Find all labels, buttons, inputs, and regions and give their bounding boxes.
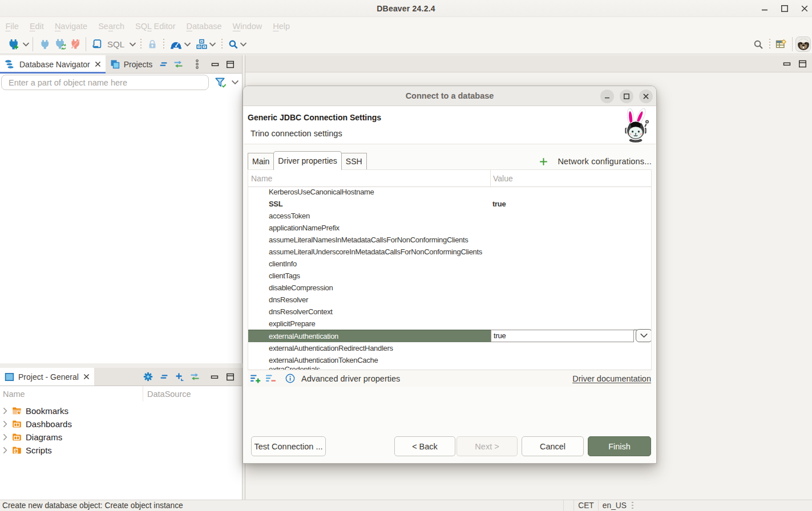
project-strip-tools — [141, 368, 242, 386]
dialog-maximize-icon[interactable] — [620, 90, 633, 103]
value-dropdown-button[interactable] — [636, 329, 651, 342]
status-timezone[interactable]: CET — [573, 500, 598, 511]
maximize-panel-icon[interactable] — [226, 57, 235, 72]
new-connection-chevron-icon[interactable] — [22, 37, 30, 52]
table-column-value[interactable]: Value — [491, 170, 513, 186]
tab-close-icon[interactable] — [95, 61, 101, 67]
search-chevron-icon[interactable] — [240, 37, 247, 52]
expand-all-icon[interactable] — [175, 370, 184, 384]
tree-item-dashboards[interactable]: Dashboards — [0, 417, 242, 431]
property-row-applicationnameprefix[interactable]: applicationNamePrefix — [248, 222, 651, 234]
property-row-assumeliteralnamesinmetadatacallsfornonconformingclients[interactable]: assumeLiteralNamesInMetadataCallsForNonC… — [248, 234, 651, 246]
dialog-minimize-icon[interactable] — [600, 90, 614, 103]
disconnect-icon[interactable] — [70, 37, 81, 52]
menu-window[interactable]: Window — [227, 22, 268, 31]
window-maximize-icon[interactable] — [779, 3, 790, 14]
dialog-tab-driver-properties[interactable]: Driver properties — [273, 151, 341, 170]
menu-navigate[interactable]: Navigate — [49, 22, 92, 31]
window-close-icon[interactable] — [799, 3, 810, 14]
settings-gear-icon[interactable] — [143, 370, 153, 384]
object-filter-input[interactable]: Enter a part of object name here — [1, 75, 209, 90]
perspective-icon[interactable] — [775, 37, 787, 52]
dialog-title: Connect to a database — [406, 91, 494, 100]
minimize-panel-icon[interactable] — [211, 57, 219, 72]
link-with-editor-icon[interactable] — [190, 370, 200, 384]
maximize-panel-icon[interactable] — [226, 370, 235, 384]
transfer-chevron-icon[interactable] — [209, 37, 216, 52]
statusbar-drag-handle[interactable] — [632, 502, 633, 510]
driver-documentation-link[interactable]: Driver documentation — [572, 374, 651, 383]
new-connection-icon[interactable] — [8, 37, 19, 52]
tab-close-icon[interactable] — [83, 374, 90, 380]
tree-expand-chevron-icon[interactable] — [3, 407, 10, 415]
dialog-titlebar[interactable]: Connect to a database — [243, 86, 656, 106]
property-row-externalauthenticationredirecthandlers[interactable]: externalAuthenticationRedirectHandlers — [248, 342, 651, 354]
add-property-icon[interactable] — [250, 374, 261, 384]
property-row-clienttags[interactable]: clientTags — [248, 270, 651, 282]
transfer-icon[interactable] — [196, 37, 207, 52]
tab-project-general[interactable]: Project - General — [0, 368, 94, 386]
tree-item-bookmarks[interactable]: Bookmarks — [0, 404, 242, 417]
button-test-connection[interactable]: Test Connection ... — [251, 436, 326, 456]
collapse-all-icon[interactable] — [159, 57, 168, 72]
property-row-assumeliteralunderscoreinmetadatacallsfornonconformingclients[interactable]: assumeLiteralUnderscoreInMetadataCallsFo… — [248, 246, 651, 258]
filter-chevron-icon[interactable] — [231, 75, 239, 90]
filter-funnel-icon[interactable] — [215, 75, 227, 90]
dialog-close-icon[interactable] — [639, 90, 653, 103]
reconnect-icon[interactable] — [55, 37, 67, 52]
quick-search-icon[interactable] — [753, 37, 763, 52]
toolbar-dotted-separator — [140, 39, 142, 50]
tree-expand-chevron-icon[interactable] — [3, 420, 10, 428]
tree-item-scripts[interactable]: Scripts — [0, 444, 242, 457]
property-row-explicitprepare[interactable]: explicitPrepare — [248, 318, 651, 330]
button-finish[interactable]: Finish — [588, 436, 651, 456]
button-back[interactable]: < Back — [394, 436, 455, 456]
property-row-ssl[interactable]: SSLtrue — [248, 198, 651, 210]
column-header-datasource[interactable]: DataSource — [143, 390, 191, 399]
button-cancel[interactable]: Cancel — [522, 436, 584, 456]
minimize-panel-icon[interactable] — [211, 370, 219, 384]
maximize-editor-icon[interactable] — [798, 56, 807, 71]
sql-editor-chevron-icon[interactable] — [129, 37, 136, 52]
minimize-editor-icon[interactable] — [783, 56, 791, 71]
network-configurations[interactable]: Network configurations... — [539, 157, 652, 169]
navigator-tree-empty[interactable] — [0, 91, 242, 363]
tree-expand-chevron-icon[interactable] — [3, 433, 10, 441]
tab-database-navigator[interactable]: Database Navigator — [0, 55, 106, 73]
search-icon[interactable] — [228, 37, 239, 52]
property-row-dnsresolver[interactable]: dnsResolver — [248, 294, 651, 306]
menu-help[interactable]: Help — [268, 22, 296, 31]
property-value-input[interactable] — [491, 330, 634, 342]
dialog-tab-main[interactable]: Main — [248, 153, 274, 169]
connect-icon[interactable] — [40, 37, 50, 52]
tree-item-diagrams[interactable]: Diagrams — [0, 431, 242, 444]
menu-sql-editor[interactable]: SQL Editor — [130, 22, 181, 31]
sql-editor-label[interactable]: SQL — [107, 39, 124, 49]
collapse-all-icon[interactable] — [160, 370, 168, 384]
property-row-accesstoken[interactable]: accessToken — [248, 210, 651, 222]
property-row-kerberosusecanonicalhostname[interactable]: KerberosUseCanonicalHostname — [248, 187, 651, 198]
property-row-dnsresolvercontext[interactable]: dnsResolverContext — [248, 306, 651, 318]
property-name: applicationNamePrefix — [248, 224, 491, 232]
dashboard-icon[interactable] — [170, 37, 182, 52]
menu-file[interactable]: File — [0, 22, 24, 31]
menu-edit[interactable]: Edit — [24, 22, 49, 31]
sql-editor-icon[interactable] — [91, 37, 102, 52]
property-row-clientinfo[interactable]: clientInfo — [248, 258, 651, 270]
window-minimize-icon[interactable] — [759, 3, 770, 14]
link-with-editor-icon[interactable] — [173, 57, 183, 72]
status-locale[interactable]: en_US — [598, 500, 631, 511]
user-avatar[interactable] — [795, 36, 811, 52]
property-row-disablecompression[interactable]: disableCompression — [248, 282, 651, 294]
table-column-name[interactable]: Name — [248, 170, 491, 186]
tab-projects[interactable]: Projects — [106, 55, 157, 73]
column-header-name[interactable]: Name — [0, 386, 143, 402]
dashboard-chevron-icon[interactable] — [184, 37, 191, 52]
property-row-externalauthentication[interactable]: externalAuthentication — [248, 330, 651, 342]
tree-expand-chevron-icon[interactable] — [3, 447, 10, 454]
menu-database[interactable]: Database — [181, 22, 227, 31]
menu-search[interactable]: Search — [93, 22, 130, 31]
dialog-tab-ssh[interactable]: SSH — [341, 153, 367, 169]
view-menu-icon[interactable] — [195, 57, 200, 72]
remove-property-icon[interactable] — [265, 374, 277, 384]
